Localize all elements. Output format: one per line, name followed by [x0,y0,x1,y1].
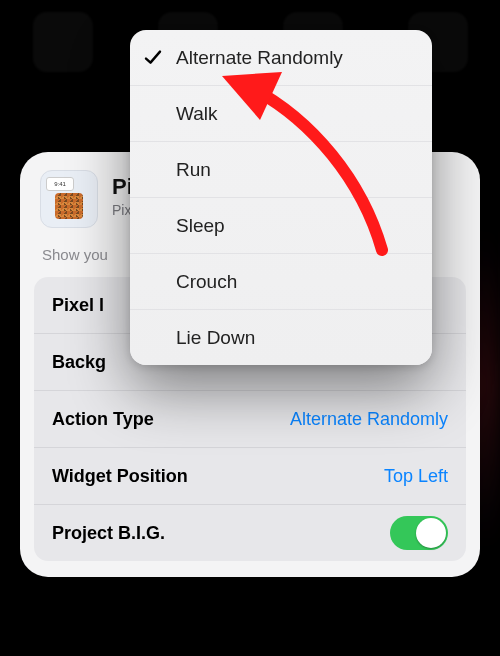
app-icon-art [55,193,83,219]
menu-item-sleep[interactable]: Sleep [130,197,432,253]
checkmark-icon [144,48,162,66]
menu-item-label: Lie Down [176,327,255,349]
setting-label: Action Type [52,409,154,430]
menu-item-lie-down[interactable]: Lie Down [130,309,432,365]
setting-label: Backg [52,352,106,373]
menu-item-label: Alternate Randomly [176,47,343,69]
setting-row-widget-position[interactable]: Widget Position Top Left [34,447,466,504]
setting-value: Alternate Randomly [290,409,448,430]
setting-row-project-big: Project B.I.G. [34,504,466,561]
menu-item-run[interactable]: Run [130,141,432,197]
menu-item-crouch[interactable]: Crouch [130,253,432,309]
menu-item-label: Walk [176,103,218,125]
setting-label: Pixel l [52,295,104,316]
menu-item-label: Sleep [176,215,225,237]
action-type-menu: Alternate Randomly Walk Run Sleep Crouch… [130,30,432,365]
menu-item-label: Crouch [176,271,237,293]
menu-item-label: Run [176,159,211,181]
setting-label: Project B.I.G. [52,523,165,544]
setting-label: Widget Position [52,466,188,487]
setting-row-action-type[interactable]: Action Type Alternate Randomly [34,390,466,447]
menu-item-alternate-randomly[interactable]: Alternate Randomly [130,30,432,85]
toggle-knob [416,518,446,548]
app-icon: 9:41 [40,170,98,228]
menu-item-walk[interactable]: Walk [130,85,432,141]
setting-value: Top Left [384,466,448,487]
app-icon-time: 9:41 [46,177,74,191]
project-big-toggle[interactable] [390,516,448,550]
